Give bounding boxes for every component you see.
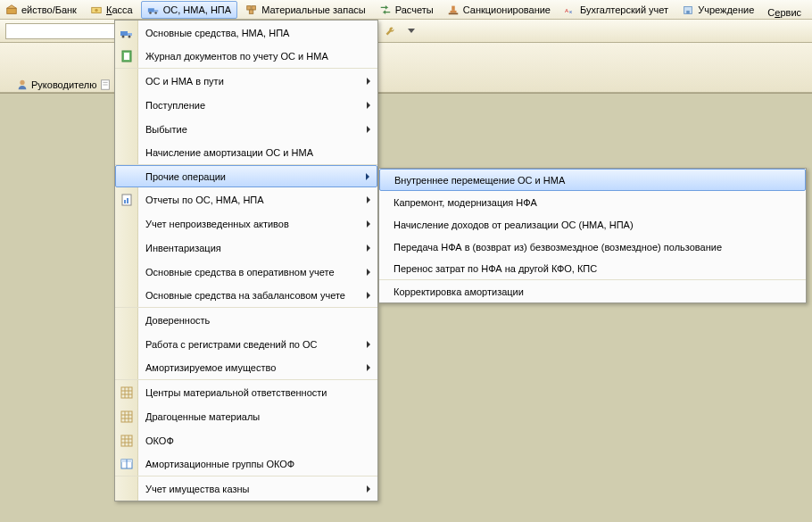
svg-point-7 [154,12,157,14]
submenu-arrow-icon [366,173,369,180]
submenu-item-label: Капремонт, модернизация НФА [394,197,537,208]
menu-item[interactable]: Основные средства на забалансовом учете [115,284,377,308]
menu-item[interactable]: Центры материальной ответственности [115,380,377,404]
svg-rect-37 [121,411,132,422]
menu-treasury-bank[interactable]: ейство/Банк [0,0,82,20]
svg-rect-28 [124,53,129,60]
menu-item-label: Начисление амортизации ОС и НМА [145,147,313,158]
menu-label: Сервис [767,7,801,18]
svg-rect-24 [128,33,132,36]
menu-accounting[interactable]: Ак Бухгалтерский учет [559,0,674,20]
svg-marker-18 [408,29,415,33]
wrench-button[interactable] [381,22,399,40]
menu-label: Бухгалтерский учет [580,4,668,15]
menu-item[interactable]: Амортизируемое имущество [115,356,377,380]
menu-sanctioning[interactable]: Санкционирование [442,0,556,20]
svg-rect-12 [452,6,455,11]
menu-item-label: Инвентаризация [145,243,221,253]
svg-rect-8 [247,6,251,10]
menu-item[interactable]: Основные средства в оперативном учете [115,260,377,284]
grid-icon [120,434,134,448]
grid-icon [120,410,134,424]
menubar: ейство/Банк Касса ОС, НМА, НПА Материаль… [0,0,812,20]
sheet-icon [99,79,112,91]
dropdown-button[interactable] [402,22,420,40]
menu-item-label: Отчеты по ОС, НМА, НПА [145,195,264,205]
svg-rect-30 [124,200,126,203]
menu-item[interactable]: Журнал документов по учету ОС и НМА [115,45,377,69]
menu-label: Расчеты [395,4,434,15]
boxes-icon [245,4,258,16]
svg-point-3 [95,9,98,12]
menu-item[interactable]: Работа с регистрами сведений по ОС [115,332,377,356]
submenu-item[interactable]: Перенос затрат по НФА на другой КФО, КПС [379,258,806,280]
svg-rect-11 [450,11,456,13]
submenu-item[interactable]: Корректировка амортизации [379,280,806,302]
menu-item-label: Поступление [145,100,205,111]
svg-point-26 [128,35,131,37]
menu-label: Учреждение [698,4,754,15]
submenu-arrow-icon [367,244,370,252]
menu-item[interactable]: Прочие операции [115,165,377,187]
menu-os-nma-npa[interactable]: ОС, НМА, НПА [141,1,237,19]
menu-label: ОС, НМА, НПА [163,4,231,15]
svg-point-19 [20,80,24,85]
svg-text:А: А [565,7,569,13]
menu-cash[interactable]: Касса [85,0,138,20]
menu-item[interactable]: Отчеты по ОС, НМА, НПА [115,187,377,211]
person-icon [16,79,29,91]
svg-text:к: к [569,8,572,14]
menu-item[interactable]: Основные средства, НМА, НПА [115,21,377,45]
menu-item[interactable]: Выбытие [115,117,377,141]
submenu-item-label: Начисление доходов от реализации ОС (НМА… [394,220,634,230]
truck-icon [120,26,134,40]
submenu-item[interactable]: Внутреннее перемещение ОС и НМА [379,169,806,191]
panel-manager-button[interactable]: Руководителю [16,77,112,93]
svg-rect-31 [127,198,128,203]
menu-item[interactable]: Учет непроизведенных активов [115,211,377,236]
submenu-item[interactable]: Начисление доходов от реализации ОС (НМА… [379,213,806,236]
menu-item[interactable]: Поступление [115,93,377,117]
menu-label: ейство/Банк [21,4,77,15]
menu-item[interactable]: ОС и НМА в пути [115,69,377,93]
svg-rect-17 [686,11,690,14]
svg-marker-1 [7,5,17,9]
menu-item[interactable]: Доверенность [115,308,377,332]
svg-rect-10 [250,10,253,13]
menu-item-label: Доверенность [145,315,210,326]
submenu-arrow-icon [367,485,370,493]
menu-item-label: ОС и НМА в пути [145,76,224,87]
menu-item-label: Основные средства, НМА, НПА [145,28,289,38]
cash-icon [90,4,103,16]
menu-item-label: Выбытие [145,124,187,135]
menu-material-stock[interactable]: Материальные запасы [240,0,371,20]
grid-icon [120,385,134,400]
menu-item[interactable]: Начисление амортизации ОС и НМА [115,141,377,165]
svg-rect-23 [120,31,128,36]
menu-item-label: Амортизируемое имущество [145,362,276,373]
menu-item[interactable]: Драгоценные материалы [115,404,377,428]
menu-calculations[interactable]: Расчеты [374,0,439,20]
menu-item[interactable]: ОКОФ [115,428,377,452]
dropdown-menu-os: Основные средства, НМА, НПАЖурнал докуме… [114,20,378,501]
submenu-arrow-icon [367,364,370,371]
chevron-down-icon [408,28,415,35]
submenu-item-label: Внутреннее перемещение ОС и НМА [394,175,565,186]
menu-item-label: Журнал документов по учету ОС и НМА [145,51,328,62]
submenu-item-label: Перенос затрат по НФА на другой КФО, КПС [394,263,597,274]
menu-institution[interactable]: Учреждение [676,0,759,20]
menu-service[interactable]: Сервис [762,3,807,20]
menu-item-label: Драгоценные материалы [145,411,260,422]
menu-item[interactable]: Инвентаризация [115,236,377,260]
menu-item[interactable]: Учет имущества казны [115,476,377,501]
submenu-item[interactable]: Передача НФА в (возврат из) безвозмездно… [379,236,806,258]
svg-rect-32 [121,387,132,398]
submenu-item[interactable]: Капремонт, модернизация НФА [379,191,806,213]
svg-rect-0 [7,8,17,13]
submenu-arrow-icon [367,196,370,203]
submenu-arrow-icon [367,341,370,348]
menu-label: Касса [106,4,133,15]
stamp-icon [447,4,460,16]
menu-item-label: ОКОФ [145,435,174,446]
menu-item[interactable]: Амортизационные группы ОКОФ [115,452,377,476]
